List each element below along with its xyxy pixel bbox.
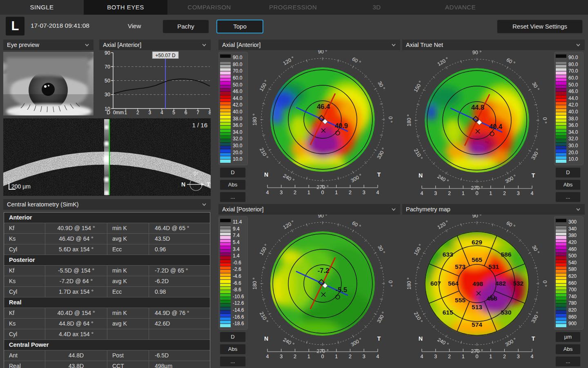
scale-row: 10.0 <box>220 156 246 163</box>
pachy-view-button[interactable]: Pachy <box>163 20 209 33</box>
keratometry-header[interactable]: Central keratometry (SimK) <box>3 199 211 210</box>
pachymetry-unit-button[interactable]: µm <box>555 332 581 342</box>
scale-value: -2.6 <box>233 267 241 272</box>
chevron-down-icon[interactable] <box>575 206 581 212</box>
table-cell: avg K <box>107 234 149 244</box>
axial-anterior-map-title: Axial [Anterior] <box>222 42 261 48</box>
scale-value: -0.6 <box>233 260 241 265</box>
pachymetry-more-button[interactable]: ... <box>555 356 581 367</box>
scale-value: -4.6 <box>233 274 241 279</box>
scale-row: 80.0 <box>220 61 246 68</box>
scale-band <box>556 88 566 95</box>
y-axis-unit: D <box>107 110 110 115</box>
view-label: View <box>128 22 141 29</box>
scale-band <box>556 253 566 259</box>
axial-posterior-abs-button[interactable]: Abs <box>220 344 246 355</box>
axial-true-net-map-header[interactable]: Axial True Net <box>402 40 585 50</box>
reset-view-settings-button[interactable]: Reset View Settings <box>497 20 583 33</box>
nasal-label: N <box>264 171 268 178</box>
axial-true-net-color-scale: 90.080.070.060.050.046.044.042.040.038.0… <box>554 52 584 165</box>
pachy-sector-value: 574 <box>472 321 482 328</box>
axial-true-net-unit-button[interactable]: D <box>555 167 581 178</box>
scale-label: 200 µm <box>11 183 31 190</box>
scale-value: 3.4 <box>233 247 240 252</box>
axial-anterior-more-button[interactable]: ... <box>220 192 246 202</box>
oct-scan-image[interactable]: 1 / 16 200 µm 0° N T <box>3 118 211 196</box>
axial-posterior-more-button[interactable]: ... <box>220 356 246 367</box>
chevron-down-icon[interactable] <box>201 42 207 48</box>
degree-label: 0 ° <box>542 117 548 123</box>
degree-label: 30 ° <box>531 81 540 92</box>
x-axis-tick: 7 <box>196 110 199 115</box>
degree-label: 60 ° <box>506 57 516 67</box>
table-cell: min K <box>107 266 149 276</box>
scale-band <box>556 75 566 82</box>
scale-value: -10.6 <box>233 294 244 299</box>
chevron-down-icon[interactable] <box>391 42 396 48</box>
tab-both-eyes[interactable]: BOTH EYES <box>84 0 167 15</box>
axial-posterior-map-header[interactable]: Axial [Posterior] <box>218 204 400 215</box>
axial-anterior-trend-chart[interactable]: 9070503010+50.07 D0mm12345678D <box>99 51 211 115</box>
axial-anterior-map-header[interactable]: Axial [Anterior] <box>218 40 400 50</box>
axial-anterior-unit-button[interactable]: D <box>220 167 246 178</box>
tab-3d[interactable]: 3D <box>335 0 419 15</box>
scale-value: -14.6 <box>233 308 244 313</box>
axial-true-net-map-canvas[interactable]: 44.840.40 °30 °60 °90 °120 °150 °180 °21… <box>403 50 550 203</box>
eye-preview-header[interactable]: Eye preview <box>3 40 94 50</box>
table-cell: Cyl <box>4 329 45 339</box>
frame-counter: 1 / 16 <box>192 122 207 129</box>
scale-band <box>220 135 231 142</box>
axial-anterior-abs-button[interactable]: Abs <box>220 180 246 190</box>
scale-row: 1.4 <box>220 253 246 259</box>
scale-row: 32.0 <box>220 135 246 142</box>
axial-true-net-more-button[interactable]: ... <box>555 192 581 202</box>
axial-anterior-map-canvas[interactable]: 46.440.90 °30 °60 °90 °120 °150 °180 °21… <box>245 50 400 203</box>
ruler-tick-label: 1 <box>462 354 465 359</box>
pachymetry-map-canvas[interactable]: 4985655314824685135555645736295865325305… <box>403 215 550 368</box>
scale-row: 780 <box>556 300 582 307</box>
scale-band <box>220 307 231 314</box>
scale-value: 38.0 <box>568 116 578 121</box>
tab-comparison[interactable]: COMPARISON <box>167 0 251 15</box>
axial-posterior-unit-button[interactable]: D <box>220 332 246 342</box>
scale-band <box>220 320 231 327</box>
scale-row: 11.4 <box>220 219 246 226</box>
scale-band <box>220 253 231 259</box>
degree-label: 150 ° <box>258 79 270 92</box>
tab-progression[interactable]: PROGRESSION <box>251 0 335 15</box>
scale-value: 46.0 <box>568 89 578 94</box>
scale-row: 30.0 <box>220 142 246 149</box>
axial-posterior-map-canvas[interactable]: -7.2-5.50 °30 °60 °90 °120 °150 °180 °21… <box>245 215 400 368</box>
degree-label: 210 ° <box>413 148 424 161</box>
ruler-tick-label: 4 <box>531 191 534 196</box>
pachymetry-abs-button[interactable]: Abs <box>555 344 581 355</box>
scale-value: 380 <box>568 233 577 238</box>
scale-band <box>220 54 231 61</box>
chevron-down-icon[interactable] <box>575 42 581 48</box>
chevron-down-icon[interactable] <box>84 42 90 48</box>
eye-preview-image[interactable] <box>3 52 94 115</box>
chevron-down-icon[interactable] <box>391 206 396 212</box>
scale-band <box>556 273 566 280</box>
scale-row: 500 <box>556 253 582 259</box>
axial-chart-header[interactable]: Axial [Anterior] <box>99 40 211 50</box>
degree-label: 300 ° <box>504 337 517 348</box>
chevron-down-icon[interactable] <box>201 202 207 207</box>
topo-view-button[interactable]: Topo <box>216 20 263 33</box>
tab-single[interactable]: SINGLE <box>0 0 84 15</box>
x-axis-tick: 8 <box>209 110 211 115</box>
pachymetry-map-header[interactable]: Pachymetry map <box>402 204 585 215</box>
axial-true-net-abs-button[interactable]: Abs <box>555 180 581 190</box>
scale-band <box>556 300 566 307</box>
cursor-tooltip-value: +50.07 D <box>156 53 176 58</box>
ruler-tick-label: 2 <box>294 354 296 359</box>
scale-value: 300 <box>568 219 577 224</box>
tab-advance[interactable]: ADVANCE <box>419 0 502 15</box>
pachy-sector-value: 564 <box>448 280 459 287</box>
scale-band <box>220 239 231 246</box>
scale-value: 860 <box>568 315 577 319</box>
ruler-tick-label: 2 <box>349 190 352 195</box>
scale-band <box>556 115 566 122</box>
scale-value: 420 <box>568 240 577 245</box>
degree-label: 330 ° <box>376 147 387 160</box>
